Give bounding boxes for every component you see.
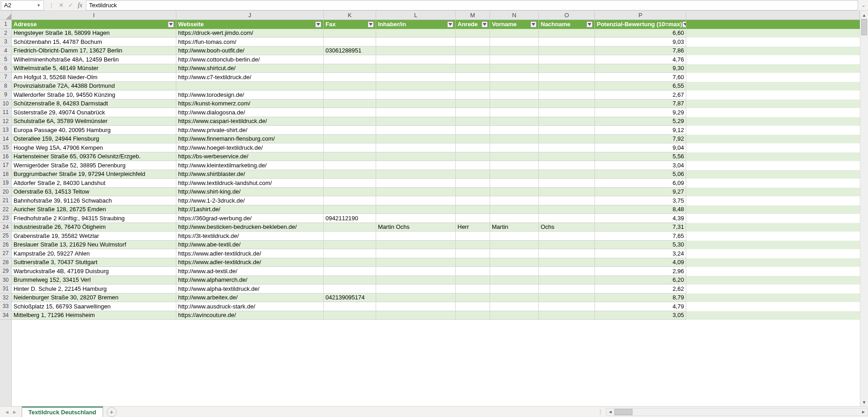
- fx-icon[interactable]: fx: [78, 2, 82, 9]
- divider-icon: ⋮: [48, 2, 54, 9]
- name-box[interactable]: A2 ▼: [1, 0, 44, 10]
- formula-bar: A2 ▼ ⋮ ✕ ✓ fx Textildruck ⌄: [0, 0, 868, 11]
- expand-formula-icon[interactable]: ⌄: [859, 3, 868, 8]
- formula-input[interactable]: Textildruck: [86, 0, 858, 10]
- confirm-icon[interactable]: ✓: [68, 2, 73, 9]
- name-box-value: A2: [4, 2, 11, 9]
- formula-value: Textildruck: [89, 2, 117, 9]
- chevron-down-icon[interactable]: ▼: [37, 3, 41, 8]
- formula-buttons: ⋮ ✕ ✓ fx: [45, 2, 86, 9]
- cancel-icon[interactable]: ✕: [59, 2, 64, 9]
